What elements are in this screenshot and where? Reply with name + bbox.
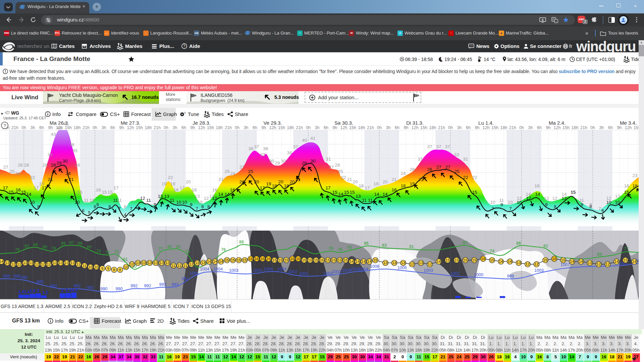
- svg-text:10: 10: [490, 200, 495, 205]
- svg-text:16: 16: [290, 257, 294, 261]
- svg-text:29: 29: [302, 161, 307, 166]
- svg-text:80: 80: [43, 245, 47, 249]
- svg-text:9: 9: [190, 202, 193, 207]
- svg-text:6h: 6h: [253, 125, 257, 130]
- svg-text:33: 33: [260, 152, 265, 157]
- svg-text:1003: 1003: [342, 268, 351, 273]
- svg-text:72: 72: [105, 250, 110, 255]
- svg-text:21h: 21h: [580, 125, 587, 130]
- svg-text:73: 73: [185, 249, 190, 254]
- svg-text:41: 41: [310, 136, 315, 141]
- svg-text:11: 11: [362, 198, 367, 203]
- svg-text:21: 21: [347, 177, 352, 182]
- svg-text:11: 11: [113, 198, 118, 203]
- svg-text:15: 15: [308, 258, 312, 262]
- svg-text:14: 14: [382, 192, 388, 197]
- svg-text:Sa 30.3.: Sa 30.3.: [334, 121, 353, 126]
- svg-text:16: 16: [481, 257, 485, 261]
- svg-text:30: 30: [281, 159, 286, 164]
- svg-text:79: 79: [347, 245, 352, 250]
- svg-text:35: 35: [72, 148, 77, 153]
- svg-text:15: 15: [320, 258, 324, 262]
- svg-text:48: 48: [63, 121, 68, 126]
- svg-text:14: 14: [499, 259, 503, 263]
- svg-text:11: 11: [171, 264, 175, 268]
- svg-text:12h: 12h: [198, 125, 205, 130]
- svg-text:18: 18: [284, 183, 289, 188]
- svg-text:80: 80: [87, 245, 92, 249]
- svg-text:11: 11: [146, 198, 151, 203]
- svg-text:15h: 15h: [278, 125, 285, 130]
- svg-text:18h: 18h: [287, 125, 294, 130]
- svg-text:3h: 3h: [315, 125, 320, 130]
- svg-text:1005: 1005: [397, 265, 407, 270]
- svg-text:76: 76: [221, 247, 226, 252]
- svg-text:15: 15: [332, 258, 336, 262]
- svg-text:86: 86: [78, 241, 83, 246]
- svg-text:12h: 12h: [269, 125, 276, 130]
- svg-text:15: 15: [571, 190, 576, 195]
- svg-text:9: 9: [101, 266, 103, 270]
- svg-text:13: 13: [5, 261, 9, 265]
- svg-text:27: 27: [445, 165, 450, 170]
- svg-text:24: 24: [400, 171, 406, 176]
- svg-text:18h: 18h: [74, 125, 81, 130]
- svg-text:10: 10: [507, 200, 513, 205]
- svg-text:12: 12: [41, 262, 45, 266]
- svg-text:81: 81: [409, 244, 414, 249]
- svg-text:15: 15: [243, 258, 247, 262]
- svg-text:19: 19: [410, 181, 415, 186]
- svg-text:15: 15: [278, 258, 283, 262]
- svg-text:29: 29: [275, 161, 280, 166]
- svg-text:11: 11: [183, 264, 187, 268]
- svg-text:10: 10: [176, 200, 181, 205]
- svg-text:22: 22: [30, 175, 35, 180]
- svg-text:12: 12: [189, 262, 194, 266]
- svg-text:73: 73: [114, 249, 119, 254]
- svg-text:9h: 9h: [404, 125, 409, 130]
- svg-text:38: 38: [69, 142, 74, 147]
- svg-text:14: 14: [338, 192, 343, 197]
- svg-text:18h: 18h: [500, 125, 507, 130]
- svg-text:3h: 3h: [173, 125, 177, 130]
- svg-text:6: 6: [601, 208, 604, 213]
- svg-text:15: 15: [490, 258, 494, 262]
- svg-text:14: 14: [570, 259, 574, 263]
- svg-text:14: 14: [437, 259, 441, 263]
- svg-text:14: 14: [367, 259, 372, 263]
- svg-text:28: 28: [51, 163, 56, 168]
- svg-text:81: 81: [167, 244, 172, 249]
- svg-text:31: 31: [463, 157, 468, 162]
- svg-text:1.4: 1.4: [18, 290, 24, 294]
- svg-text:12: 12: [140, 196, 145, 201]
- svg-text:3h: 3h: [457, 125, 462, 130]
- svg-text:83: 83: [382, 243, 387, 248]
- svg-text:8: 8: [207, 204, 210, 209]
- svg-text:37: 37: [436, 144, 441, 149]
- svg-text:22: 22: [168, 175, 173, 180]
- svg-text:15: 15: [350, 190, 355, 195]
- svg-text:2: 2: [61, 288, 64, 293]
- svg-text:9: 9: [96, 202, 99, 207]
- svg-text:7: 7: [598, 206, 601, 211]
- svg-text:9: 9: [500, 202, 503, 207]
- svg-text:2.3: 2.3: [72, 288, 77, 292]
- svg-text:12: 12: [428, 262, 432, 266]
- svg-text:15: 15: [302, 258, 306, 262]
- svg-text:9h: 9h: [475, 125, 480, 130]
- svg-text:1004: 1004: [359, 267, 368, 272]
- svg-text:18: 18: [534, 183, 539, 188]
- svg-text:16: 16: [212, 187, 217, 192]
- svg-text:0h: 0h: [590, 125, 595, 130]
- svg-text:1004: 1004: [350, 267, 360, 272]
- svg-text:17: 17: [42, 185, 47, 190]
- svg-text:9h: 9h: [191, 125, 195, 130]
- svg-text:14: 14: [350, 259, 354, 263]
- svg-text:3h: 3h: [386, 125, 391, 130]
- svg-text:40: 40: [302, 138, 307, 143]
- svg-text:15: 15: [237, 258, 241, 262]
- svg-text:Je 28.3.: Je 28.3.: [193, 121, 210, 126]
- svg-text:1003: 1003: [534, 268, 544, 273]
- svg-text:15: 15: [343, 258, 348, 262]
- svg-text:20: 20: [353, 179, 358, 184]
